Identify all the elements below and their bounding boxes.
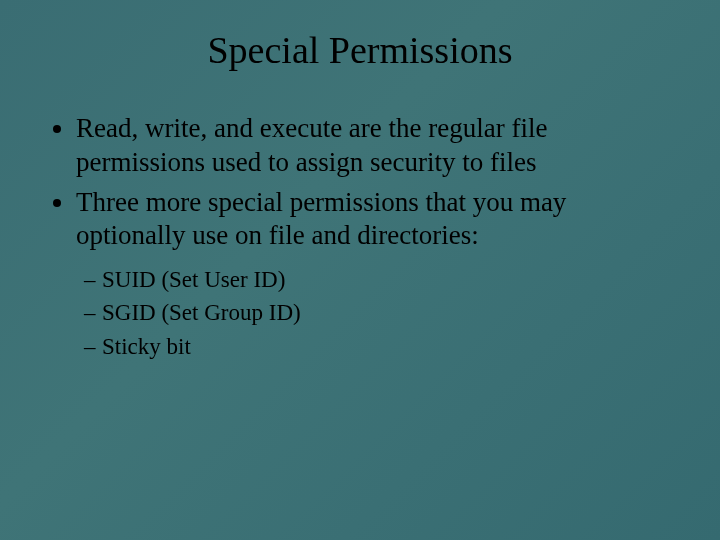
- bullet-item: Three more special permissions that you …: [76, 186, 670, 254]
- slide-content: Read, write, and execute are the regular…: [0, 112, 720, 363]
- bullet-list: Read, write, and execute are the regular…: [50, 112, 670, 253]
- sub-bullet-item: Sticky bit: [84, 330, 670, 363]
- slide: Special Permissions Read, write, and exe…: [0, 0, 720, 540]
- sub-bullet-item: SGID (Set Group ID): [84, 296, 670, 329]
- sub-bullet-item: SUID (Set User ID): [84, 263, 670, 296]
- bullet-item: Read, write, and execute are the regular…: [76, 112, 670, 180]
- slide-title: Special Permissions: [0, 0, 720, 112]
- sub-bullet-list: SUID (Set User ID) SGID (Set Group ID) S…: [50, 263, 670, 363]
